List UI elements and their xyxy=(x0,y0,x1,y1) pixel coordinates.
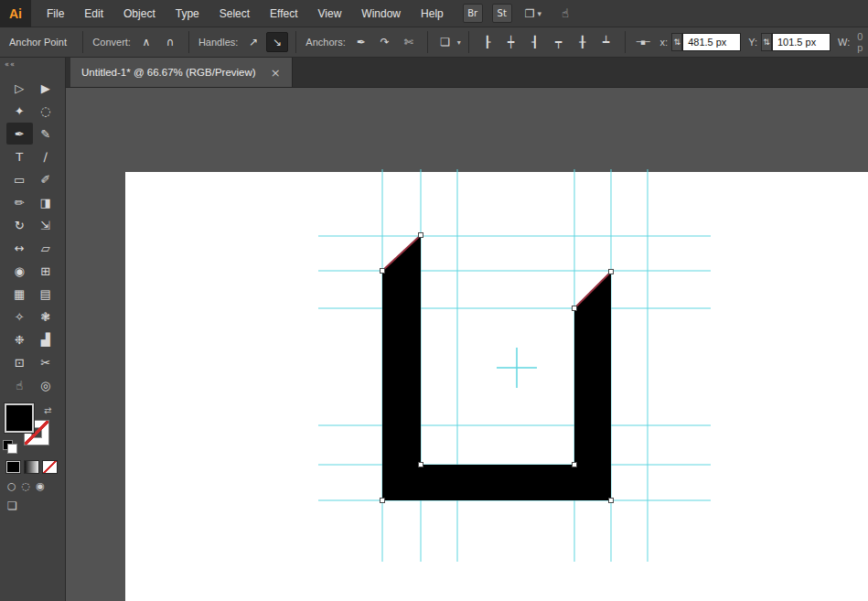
tool-grid: ▷▶✦◌✒✎T∕▭✐✏◨↻⇲↔▱◉⊞▦▤✧❃❉▟⊡✂☝◎ xyxy=(0,75,65,396)
close-icon[interactable]: × xyxy=(271,67,281,79)
drawing-modes-row: ○◌◉ xyxy=(0,474,65,492)
color-button[interactable] xyxy=(5,460,21,474)
collapse-panel-icon[interactable]: «« xyxy=(0,58,65,75)
menu-select[interactable]: Select xyxy=(209,0,260,27)
perspective-grid-tool[interactable]: ⊞ xyxy=(33,260,59,282)
mesh-tool[interactable]: ▦ xyxy=(6,283,33,305)
anchors-label: Anchors: xyxy=(305,37,345,48)
gradient-button[interactable] xyxy=(24,460,39,474)
connect-selected-endpoints-button[interactable]: ↷ xyxy=(374,32,396,52)
anchor-point-6[interactable] xyxy=(380,499,385,503)
pencil-tool[interactable]: ✏ xyxy=(6,191,33,213)
horizontal-align-left-button[interactable]: ┠ xyxy=(477,32,498,52)
app-logo: Ai xyxy=(0,0,31,27)
scale-tool[interactable]: ⇲ xyxy=(33,214,59,236)
show-handles-button[interactable]: ↗ xyxy=(242,32,264,52)
type-tool[interactable]: T xyxy=(6,145,33,167)
anchor-point-7[interactable] xyxy=(609,499,614,503)
divider xyxy=(295,31,296,53)
menu-object[interactable]: Object xyxy=(113,0,166,27)
tools-panel: «« ▷▶✦◌✒✎T∕▭✐✏◨↻⇲↔▱◉⊞▦▤✧❃❉▟⊡✂☝◎ ⇄ ○◌◉ ❏ xyxy=(0,58,66,601)
menu-file[interactable]: File xyxy=(37,0,74,27)
convert-to-corner-button[interactable]: ∧ xyxy=(135,32,157,52)
divider xyxy=(82,31,83,53)
anchor-point-2[interactable] xyxy=(419,463,423,467)
control-bar: Anchor Point Convert: ∧∩ Handles: ↗↘ Anc… xyxy=(0,27,868,58)
workspace-switcher[interactable]: ❐ ▾ xyxy=(525,7,541,20)
menu-help[interactable]: Help xyxy=(411,0,454,27)
hide-handles-button[interactable]: ↘ xyxy=(266,32,288,52)
reference-point-icon: ─▪─ xyxy=(637,38,649,47)
blend-tool[interactable]: ❃ xyxy=(33,306,59,327)
graph-tool[interactable]: ▟ xyxy=(33,328,59,350)
x-input[interactable]: 481.5 px xyxy=(682,33,741,51)
pen-tool[interactable]: ✒ xyxy=(6,123,33,145)
default-fill-stroke-icon[interactable] xyxy=(3,440,17,453)
draw-normal-button[interactable]: ○ xyxy=(7,480,16,492)
canvas-svg[interactable] xyxy=(66,88,868,601)
curvature-tool[interactable]: ✎ xyxy=(33,123,59,145)
artboard-tool[interactable]: ⊡ xyxy=(6,351,33,373)
menu-window[interactable]: Window xyxy=(351,0,411,27)
free-transform-tool[interactable]: ▱ xyxy=(33,237,59,259)
y-stepper[interactable]: ⇅ xyxy=(761,33,772,51)
swap-fill-stroke-icon[interactable]: ⇄ xyxy=(44,405,51,415)
x-stepper[interactable]: ⇅ xyxy=(671,33,682,51)
isolate-selection-button[interactable]: ❏ xyxy=(435,32,455,52)
canvas-area[interactable] xyxy=(66,88,868,601)
divider xyxy=(468,31,469,53)
convert-to-smooth-button[interactable]: ∩ xyxy=(159,32,181,52)
eyedropper-tool[interactable]: ✧ xyxy=(6,306,33,327)
draw-inside-button[interactable]: ◉ xyxy=(36,480,45,492)
y-input[interactable]: 101.5 px xyxy=(772,33,830,51)
chevron-down-icon[interactable]: ▾ xyxy=(457,38,461,47)
zoom-tool[interactable]: ◎ xyxy=(33,374,59,396)
rectangle-tool[interactable]: ▭ xyxy=(6,168,33,190)
paintbrush-tool[interactable]: ✐ xyxy=(33,168,59,190)
handles-buttons: ↗↘ xyxy=(242,32,288,52)
anchor-point-1[interactable] xyxy=(380,269,385,274)
menu-view[interactable]: View xyxy=(308,0,352,27)
menu-effect[interactable]: Effect xyxy=(260,0,307,27)
lasso-tool[interactable]: ◌ xyxy=(33,100,59,122)
menu-edit[interactable]: Edit xyxy=(74,0,113,27)
anchor-point-0[interactable] xyxy=(419,233,423,238)
magic-wand-tool[interactable]: ✦ xyxy=(6,100,33,122)
gradient-tool[interactable]: ▤ xyxy=(33,283,59,305)
slice-tool[interactable]: ✂ xyxy=(33,351,59,373)
anchor-point-4[interactable] xyxy=(573,306,577,311)
vertical-align-top-button[interactable]: ┯ xyxy=(548,32,570,52)
w-label: W: xyxy=(838,37,850,48)
fill-swatch[interactable] xyxy=(6,405,32,431)
rotate-tool[interactable]: ↻ xyxy=(6,214,33,236)
shape-builder-tool[interactable]: ◉ xyxy=(6,260,33,282)
hand-tool[interactable]: ☝ xyxy=(6,374,33,396)
bridge-button[interactable]: Br xyxy=(463,4,483,23)
horizontal-align-center-button[interactable]: ┿ xyxy=(500,32,522,52)
document-tab[interactable]: Untitled-1* @ 66.67% (RGB/Preview) × xyxy=(70,58,293,87)
vertical-align-center-button[interactable]: ╂ xyxy=(572,32,594,52)
anchor-point-5[interactable] xyxy=(609,270,614,274)
horizontal-align-right-button[interactable]: ┨ xyxy=(524,32,546,52)
touch-workspace-icon[interactable]: ☝ xyxy=(562,6,569,20)
screen-mode-button[interactable]: ❏ xyxy=(0,492,65,512)
divider xyxy=(427,31,428,53)
cut-path-at-anchors-button[interactable]: ✄ xyxy=(398,32,420,52)
menu-type[interactable]: Type xyxy=(166,0,209,27)
eraser-tool[interactable]: ◨ xyxy=(33,191,59,213)
direct-selection-tool[interactable]: ▷ xyxy=(6,77,33,99)
symbol-sprayer-tool[interactable]: ❉ xyxy=(6,328,33,350)
stock-button[interactable]: St xyxy=(492,4,512,23)
remove-selected-anchors-button[interactable]: ✒ xyxy=(350,32,372,52)
width-tool[interactable]: ↔ xyxy=(6,237,33,259)
context-label: Anchor Point xyxy=(9,37,75,48)
none-button[interactable] xyxy=(42,460,58,474)
line-segment-tool[interactable]: ∕ xyxy=(33,145,59,167)
w-value: 0 p xyxy=(857,31,868,53)
convert-label: Convert: xyxy=(92,37,131,48)
draw-behind-button[interactable]: ◌ xyxy=(22,480,31,492)
anchor-point-3[interactable] xyxy=(573,463,577,467)
selection-tool[interactable]: ▶ xyxy=(33,77,59,99)
vertical-align-bottom-button[interactable]: ┷ xyxy=(595,32,617,52)
menu-list: FileEditObjectTypeSelectEffectViewWindow… xyxy=(37,0,454,27)
